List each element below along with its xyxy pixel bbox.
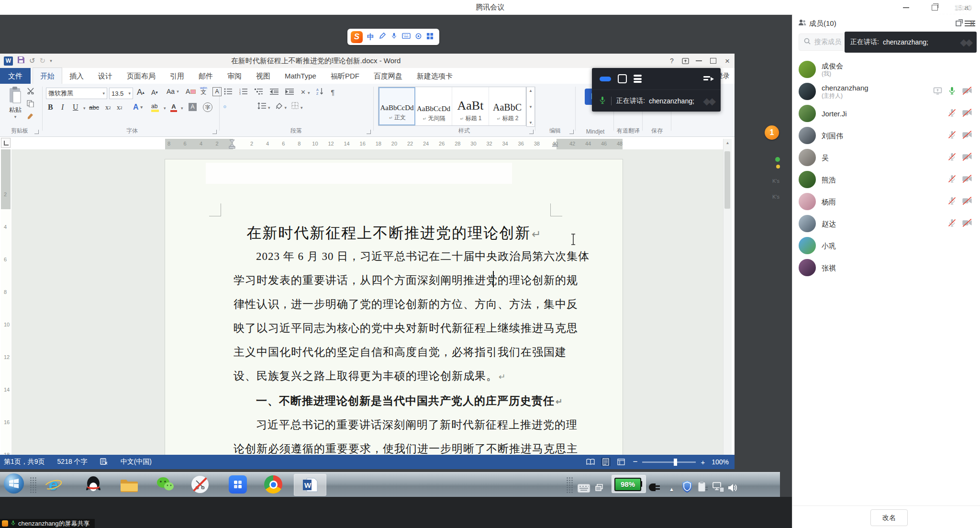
ribbon-tab-4[interactable]: 设计 xyxy=(91,68,120,84)
member-row[interactable]: 成俊会(我) xyxy=(792,58,980,80)
font-color-dropdown[interactable]: ▾ xyxy=(181,106,183,111)
style-item-标题 2[interactable]: AaBbC ↵ 标题 2 xyxy=(489,87,526,125)
meeting-list-icon[interactable] xyxy=(634,74,642,84)
language-bar-handle[interactable] xyxy=(566,477,574,493)
bullets-icon[interactable] xyxy=(224,88,233,97)
member-row[interactable]: 赵达 xyxy=(792,213,980,235)
sort-icon[interactable]: AZ xyxy=(316,88,324,97)
font-color-button[interactable]: A xyxy=(170,103,177,112)
screen-share-icon[interactable] xyxy=(933,86,943,98)
format-painter-icon[interactable] xyxy=(27,113,34,122)
underline-button[interactable]: U xyxy=(73,103,78,112)
side-floating-widget[interactable]: 1 K's K's xyxy=(765,125,786,202)
zoom-level[interactable]: 100% xyxy=(712,458,729,466)
line-spacing-button[interactable]: ▾ xyxy=(257,102,270,111)
start-button[interactable] xyxy=(4,474,24,493)
minimize-button[interactable] xyxy=(899,3,913,12)
tray-clipboard-icon[interactable] xyxy=(697,477,708,496)
keyboard-icon[interactable] xyxy=(402,33,411,41)
ribbon-tab-9[interactable]: 视图 xyxy=(249,68,278,84)
text-effects-button[interactable]: A▾ xyxy=(133,103,143,112)
camera-off-icon[interactable] xyxy=(961,130,973,142)
ribbon-tab-10[interactable]: MathType xyxy=(278,68,323,84)
taskbar-docs-icon[interactable] xyxy=(229,475,247,494)
ribbon-tab-5[interactable]: 页面布局 xyxy=(120,68,163,84)
camera-off-icon[interactable] xyxy=(961,174,973,186)
subscript-button[interactable]: x2 xyxy=(105,104,111,112)
print-layout-button[interactable] xyxy=(601,458,611,466)
qat-customize-icon[interactable]: ▾ xyxy=(50,58,52,63)
asian-layout-icon[interactable]: ✕▾ xyxy=(301,89,310,96)
camera-off-icon[interactable] xyxy=(961,108,973,120)
panel-menu-icon[interactable] xyxy=(965,19,975,27)
tray-security-shield-icon[interactable] xyxy=(681,477,693,496)
tray-keyboard-icon[interactable] xyxy=(577,479,590,498)
mic-on-icon[interactable] xyxy=(947,86,957,98)
styles-more-button[interactable]: ▼̱ xyxy=(529,121,533,125)
redo-icon[interactable]: ↻ xyxy=(40,56,46,65)
show-marks-icon[interactable]: ¶ xyxy=(331,89,334,96)
meeting-window-icon[interactable] xyxy=(618,74,627,83)
distribute-button[interactable] xyxy=(251,106,253,108)
pen-icon[interactable] xyxy=(379,32,386,42)
taskbar-chrome-icon[interactable] xyxy=(264,475,282,494)
character-border-button[interactable]: A xyxy=(212,87,222,96)
bold-button[interactable]: B xyxy=(48,103,53,112)
phonetic-guide-button[interactable]: wén文 xyxy=(200,86,207,94)
paragraph-dialog-launcher[interactable] xyxy=(367,130,371,134)
cut-icon[interactable] xyxy=(27,88,34,96)
battery-indicator[interactable]: 98% xyxy=(612,475,646,493)
superscript-button[interactable]: x2 xyxy=(117,104,122,112)
numbering-icon[interactable]: 123 xyxy=(239,88,248,97)
font-size-combo[interactable]: 13.5▾ xyxy=(109,88,133,99)
increase-indent-icon[interactable] xyxy=(285,88,294,97)
tray-volume-icon[interactable] xyxy=(727,478,738,497)
tray-network-icon[interactable] xyxy=(712,478,724,497)
ribbon-tab-12[interactable]: 百度网盘 xyxy=(367,68,410,84)
member-row[interactable]: chenzanzhang(主持人) xyxy=(792,80,980,102)
justify-button[interactable] xyxy=(244,106,246,108)
notification-badge[interactable]: 1 xyxy=(765,125,779,140)
change-case-button[interactable]: Aa▾ xyxy=(167,88,179,95)
language-indicator[interactable]: 中文(中国) xyxy=(121,458,152,466)
taskbar-qq-icon[interactable] xyxy=(85,475,101,494)
member-row[interactable]: 熊浩 xyxy=(792,169,980,191)
camera-off-icon[interactable] xyxy=(961,86,973,98)
mic-off-icon[interactable] xyxy=(947,152,957,164)
align-right-button[interactable] xyxy=(237,106,239,108)
mic-off-icon[interactable] xyxy=(947,108,957,120)
proofing-icon[interactable] xyxy=(100,458,108,467)
screen-share-badge[interactable]: chenzanzhang的屏幕共享 xyxy=(0,519,95,528)
character-shading-button[interactable]: A xyxy=(189,103,197,111)
member-row[interactable]: 刘国伟 xyxy=(792,124,980,146)
undo-icon[interactable]: ↺ xyxy=(29,56,35,65)
clear-formatting-button[interactable]: A xyxy=(186,88,196,95)
page-indicator[interactable]: 第1页，共9页 xyxy=(4,458,45,466)
underline-dropdown[interactable]: ▾ xyxy=(83,106,86,111)
vertical-scrollbar[interactable]: ▲ xyxy=(723,139,732,455)
shading-bucket-icon[interactable]: ▾ xyxy=(275,102,287,111)
word-count[interactable]: 5218 个字 xyxy=(57,458,88,466)
ribbon-tab-1[interactable]: 文件 xyxy=(0,68,31,84)
font-dialog-launcher[interactable] xyxy=(212,130,217,134)
taskbar-explorer-icon[interactable] xyxy=(120,476,139,495)
align-left-button[interactable] xyxy=(224,106,226,108)
word-minimize-button[interactable] xyxy=(690,54,707,68)
grid-icon[interactable] xyxy=(426,33,434,42)
multilevel-list-icon[interactable] xyxy=(255,88,263,97)
vertical-ruler[interactable]: 24681012141618 xyxy=(1,149,11,455)
scrollbar-thumb[interactable] xyxy=(724,151,730,209)
zoom-out-button[interactable]: − xyxy=(633,457,637,467)
clipboard-dialog-launcher[interactable] xyxy=(34,130,39,134)
camera-off-icon[interactable] xyxy=(961,218,973,230)
indent-markers[interactable] xyxy=(229,139,235,149)
copy-icon[interactable] xyxy=(27,100,34,109)
save-icon[interactable] xyxy=(17,56,25,66)
taskbar-ie-icon[interactable]: e xyxy=(49,475,58,494)
italic-button[interactable]: I xyxy=(61,103,64,112)
taskbar-word-button[interactable]: W xyxy=(294,474,326,496)
tray-power-plug-icon[interactable] xyxy=(648,478,661,497)
rename-button[interactable]: 改名 xyxy=(870,509,908,526)
tray-show-hidden-icon[interactable]: ▲ xyxy=(669,480,674,499)
style-item-正文[interactable]: AaBbCcDd ↵ 正文 xyxy=(379,87,415,125)
